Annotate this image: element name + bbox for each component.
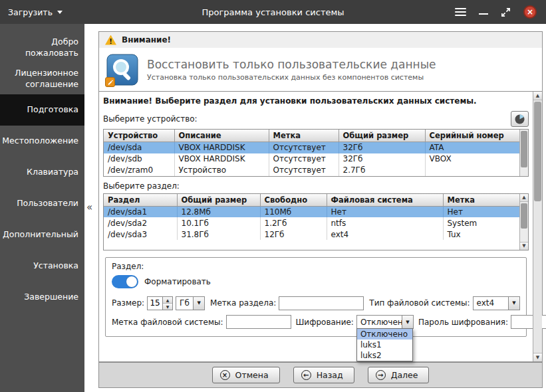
cell: VBOX HARDDISK [174,153,269,165]
fs-type-combobox[interactable]: ext4 ▼ [473,296,520,310]
sidebar-item-keyboard[interactable]: Клавиатура [0,157,84,188]
fs-label-input[interactable] [226,315,291,329]
cell: Нет [327,206,443,217]
step-subtitle: Установка только пользовательских данных… [147,73,436,82]
device-table-scrollbar[interactable] [519,130,528,176]
cell: 110Мб [260,206,327,217]
disk-usage-button[interactable] [511,111,529,127]
cell [425,165,519,176]
cancel-button[interactable]: × Отмена [212,367,280,383]
size-input[interactable] [148,297,162,310]
form-area: Внимание! Выберите раздел для установки … [98,92,543,362]
partition-section-label: Выберите раздел: [103,181,529,191]
sidebar-collapse-button[interactable]: « [86,201,92,213]
next-button[interactable]: → Далее [368,367,430,383]
size-row: Размер: ▲ ▼ Гб ▼ Метка раздела: Ти [112,296,520,310]
sidebar: Добро пожаловать Лицензионное соглашение… [0,24,84,392]
column-header[interactable]: Метка [269,130,339,142]
column-header[interactable]: Свободно [260,194,327,207]
step-header: Восстановить только пользовательские дан… [98,48,543,92]
step-header-text: Восстановить только пользовательские дан… [147,58,436,82]
scrollbar-thumb[interactable] [534,102,541,201]
column-header[interactable]: Общий размер [339,130,425,142]
scroll-up-icon[interactable]: ▲ [533,92,542,100]
column-header[interactable]: Описание [174,130,269,142]
cell: /dev/zram0 [104,165,174,176]
titlebar-actions: × [455,5,537,19]
sidebar-item-welcome[interactable]: Добро пожаловать [0,32,84,63]
spin-up-icon[interactable]: ▲ [163,297,172,304]
sidebar-item-location[interactable]: Местоположение [0,126,84,157]
partition-label-input[interactable] [279,296,364,310]
scroll-down-icon[interactable]: ▼ [520,242,528,250]
notice-text: Внимание! Выберите раздел для установки … [103,96,529,106]
sidebar-item-preparation[interactable]: Подготовка [0,94,84,126]
cell: 10.1Гб [177,217,260,229]
password-label: Пароль шифрования: [418,318,508,327]
sidebar-item-users[interactable]: Пользователи [0,188,84,219]
sidebar-item-finish[interactable]: Завершение [0,282,84,313]
column-header[interactable]: Раздел [104,194,177,207]
device-row-sda[interactable]: /dev/sda VBOX HARDDISK Отсутствует 32Гб … [104,142,519,153]
cell: 2.7Гб [339,165,425,176]
menu-icon[interactable] [455,8,466,16]
warning-banner: ! Внимание! [98,31,543,49]
column-header[interactable]: Серийный номер [425,130,519,142]
next-icon: → [376,370,386,380]
partition-table-header-row: Раздел Общий размер Свободно Файловая си… [104,194,519,207]
maximize-button[interactable] [501,7,511,17]
cell: /dev/sdb [104,153,174,165]
fs-type-value: ext4 [474,298,508,308]
partition-label-label: Метка раздела: [210,298,276,308]
minimize-button[interactable] [479,13,488,15]
cell: Tux [443,229,519,240]
size-spinbox[interactable]: ▲ ▼ [147,296,173,310]
column-header[interactable]: Устройство [104,130,174,142]
combo-arrow-icon: ▼ [402,316,413,328]
dropdown-option-luks1[interactable]: luks1 [357,340,412,350]
partition-table-scrollbar[interactable]: ▲ ▼ [519,194,528,250]
cell: ext4 [327,229,443,240]
cell: Отсутствует [269,165,339,176]
sidebar-item-installation[interactable]: Установка [0,250,84,282]
device-row-zram0[interactable]: /dev/zram0 Устройство Отсутствует 2.7Гб [104,165,519,176]
load-menu-button[interactable]: Загрузить [8,7,63,17]
encryption-dropdown: Отключено luks1 luks2 [356,328,413,361]
installer-window: Загрузить Программа установки системы × … [0,0,546,392]
cell: 12Гб [260,229,327,240]
sidebar-item-additional[interactable]: Дополнительный [0,219,84,250]
cell: /dev/sda3 [104,229,177,240]
partition-row-sda1[interactable]: /dev/sda1 12.8Мб 110Мб Нет Нет [104,206,519,217]
device-section-row: Выберите устройство: [103,111,529,127]
combo-arrow-icon: ▼ [193,297,204,310]
chevron-down-icon [57,11,63,14]
size-unit-value: Гб [176,298,193,308]
main-scrollbar[interactable]: ▲ ▼ [533,92,542,361]
spin-down-icon[interactable]: ▼ [163,304,172,310]
column-header[interactable]: Общий размер [177,194,260,207]
device-table-header-row: Устройство Описание Метка Общий размер С… [104,130,519,142]
close-button[interactable]: × [523,5,537,19]
device-row-sdb[interactable]: /dev/sdb VBOX HARDDISK Отсутствует 32Гб … [104,153,519,165]
dropdown-option-luks2[interactable]: luks2 [357,350,412,361]
encryption-label: Шифрование: [296,318,354,327]
sidebar-item-license[interactable]: Лицензионное соглашение [0,63,84,94]
format-row: Форматировать [112,275,520,288]
cell: Отсутствует [269,153,339,165]
column-header[interactable]: Метка [443,194,519,207]
scroll-up-icon[interactable]: ▲ [520,194,528,202]
partition-row-sda2[interactable]: /dev/sda2 10.1Гб 1.2Гб ntfs System [104,217,519,229]
combo-arrow-icon: ▼ [508,297,519,310]
dropdown-option-disabled[interactable]: Отключено [357,329,412,340]
fs-label-label: Метка файловой системы: [112,318,223,327]
scroll-down-icon[interactable]: ▼ [533,353,542,361]
partition-row-sda3[interactable]: /dev/sda3 31.8Гб 12Гб ext4 Tux [104,229,519,240]
partition-table: Раздел Общий размер Свободно Файловая си… [103,193,529,250]
format-toggle[interactable] [112,275,138,288]
encryption-combobox[interactable]: Отключено ▼ Отключено luks1 luks2 [356,315,414,329]
column-header[interactable]: Файловая система [327,194,443,207]
size-unit-combobox[interactable]: Гб ▼ [176,296,205,310]
back-label: Назад [317,370,343,380]
encryption-row: Метка файловой системы: Шифрование: Откл… [112,315,520,330]
back-button[interactable]: ← Назад [293,367,354,383]
